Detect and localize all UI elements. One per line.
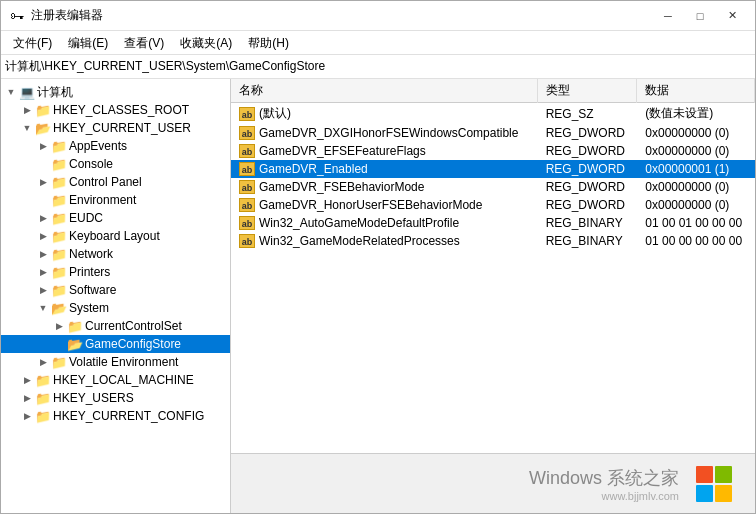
tree-node-appevents[interactable]: ▶ 📁 AppEvents: [1, 137, 230, 155]
win-logo-yellow: [715, 485, 732, 502]
minimize-button[interactable]: ─: [653, 5, 683, 27]
watermark-text: Windows 系统之家: [529, 466, 679, 490]
expand-icon[interactable]: ▼: [35, 300, 51, 316]
col-type[interactable]: 类型: [537, 79, 637, 103]
node-label: Network: [69, 247, 113, 261]
node-label: HKEY_LOCAL_MACHINE: [53, 373, 194, 387]
reg-name-cell: abGameDVR_FSEBehaviorMode: [231, 178, 537, 196]
folder-icon: 📁: [35, 373, 51, 388]
reg-data-cell: 0x00000000 (0): [637, 124, 755, 142]
expand-icon[interactable]: ▶: [35, 228, 51, 244]
table-row[interactable]: ab(默认)REG_SZ(数值未设置): [231, 103, 755, 125]
node-label: HKEY_CURRENT_USER: [53, 121, 191, 135]
value-icon: ab: [239, 216, 255, 230]
title-bar: 🗝 注册表编辑器 ─ □ ✕: [1, 1, 755, 31]
tree-node-control-panel[interactable]: ▶ 📁 Control Panel: [1, 173, 230, 191]
table-row[interactable]: abGameDVR_EFSEFeatureFlagsREG_DWORD0x000…: [231, 142, 755, 160]
expand-icon[interactable]: ▶: [35, 210, 51, 226]
folder-open-icon: 📂: [67, 337, 83, 352]
table-row[interactable]: abGameDVR_HonorUserFSEBehaviorModeREG_DW…: [231, 196, 755, 214]
watermark-bar: Windows 系统之家 www.bjjmlv.com: [231, 453, 755, 513]
tree-node-local-machine[interactable]: ▶ 📁 HKEY_LOCAL_MACHINE: [1, 371, 230, 389]
tree-node-keyboard-layout[interactable]: ▶ 📁 Keyboard Layout: [1, 227, 230, 245]
tree-node-gameconfigstore[interactable]: 📂 GameConfigStore: [1, 335, 230, 353]
folder-icon: 📁: [35, 103, 51, 118]
node-label: Software: [69, 283, 116, 297]
win-logo-red: [696, 466, 713, 483]
tree-node-printers[interactable]: ▶ 📁 Printers: [1, 263, 230, 281]
win-logo-green: [715, 466, 732, 483]
folder-icon: 📁: [51, 283, 67, 298]
tree-node-currentcontrolset[interactable]: ▶ 📁 CurrentControlSet: [1, 317, 230, 335]
menu-help[interactable]: 帮助(H): [240, 33, 297, 52]
menu-view[interactable]: 查看(V): [116, 33, 172, 52]
table-row[interactable]: abGameDVR_EnabledREG_DWORD0x00000001 (1): [231, 160, 755, 178]
reg-data-cell: 0x00000000 (0): [637, 196, 755, 214]
expand-icon[interactable]: ▶: [35, 264, 51, 280]
value-icon: ab: [239, 162, 255, 176]
tree-node-software[interactable]: ▶ 📁 Software: [1, 281, 230, 299]
menu-favorites[interactable]: 收藏夹(A): [172, 33, 240, 52]
reg-name-cell: abGameDVR_HonorUserFSEBehaviorMode: [231, 196, 537, 214]
reg-data-cell: 01 00 00 00 00 00: [637, 232, 755, 250]
menu-file[interactable]: 文件(F): [5, 33, 60, 52]
table-row[interactable]: abGameDVR_FSEBehaviorModeREG_DWORD0x0000…: [231, 178, 755, 196]
folder-icon: 📁: [51, 175, 67, 190]
node-label: Printers: [69, 265, 110, 279]
expand-icon[interactable]: ▼: [3, 84, 19, 100]
folder-icon: 📁: [35, 391, 51, 406]
expand-icon[interactable]: ▶: [19, 408, 35, 424]
registry-tree[interactable]: ▼ 💻 计算机 ▶ 📁 HKEY_CLASSES_ROOT ▼ 📂 HKEY_C…: [1, 79, 231, 513]
node-label: GameConfigStore: [85, 337, 181, 351]
expand-icon[interactable]: ▶: [19, 372, 35, 388]
node-label: Control Panel: [69, 175, 142, 189]
watermark-site: www.bjjmlv.com: [529, 490, 679, 502]
tree-node-users[interactable]: ▶ 📁 HKEY_USERS: [1, 389, 230, 407]
value-icon: ab: [239, 180, 255, 194]
table-row[interactable]: abWin32_AutoGameModeDefaultProfileREG_BI…: [231, 214, 755, 232]
expand-icon[interactable]: ▶: [35, 138, 51, 154]
expand-icon[interactable]: ▶: [35, 282, 51, 298]
reg-name-cell: abWin32_AutoGameModeDefaultProfile: [231, 214, 537, 232]
node-label: System: [69, 301, 109, 315]
reg-type-cell: REG_DWORD: [537, 196, 637, 214]
reg-data-cell: 01 00 01 00 00 00: [637, 214, 755, 232]
folder-icon: 📁: [51, 265, 67, 280]
expand-icon[interactable]: ▶: [19, 390, 35, 406]
title-bar-left: 🗝 注册表编辑器: [9, 7, 103, 24]
tree-node-system[interactable]: ▼ 📂 System: [1, 299, 230, 317]
tree-node-environment[interactable]: 📁 Environment: [1, 191, 230, 209]
tree-node-network[interactable]: ▶ 📁 Network: [1, 245, 230, 263]
tree-node-current-config[interactable]: ▶ 📁 HKEY_CURRENT_CONFIG: [1, 407, 230, 425]
tree-node-eudc[interactable]: ▶ 📁 EUDC: [1, 209, 230, 227]
window-controls: ─ □ ✕: [653, 5, 747, 27]
win-logo-grid: [696, 466, 732, 502]
node-label: 计算机: [37, 84, 73, 101]
expand-icon[interactable]: ▶: [35, 354, 51, 370]
folder-icon: 📁: [51, 355, 67, 370]
expand-icon[interactable]: ▶: [35, 174, 51, 190]
col-name[interactable]: 名称: [231, 79, 537, 103]
table-row[interactable]: abGameDVR_DXGIHonorFSEWindowsCompatibleR…: [231, 124, 755, 142]
tree-node-current-user[interactable]: ▼ 📂 HKEY_CURRENT_USER: [1, 119, 230, 137]
tree-node-computer[interactable]: ▼ 💻 计算机: [1, 83, 230, 101]
expand-icon[interactable]: ▼: [19, 120, 35, 136]
value-icon: ab: [239, 234, 255, 248]
main-content: ▼ 💻 计算机 ▶ 📁 HKEY_CLASSES_ROOT ▼ 📂 HKEY_C…: [1, 79, 755, 513]
col-data[interactable]: 数据: [637, 79, 755, 103]
tree-node-console[interactable]: 📁 Console: [1, 155, 230, 173]
win-logo-blue: [696, 485, 713, 502]
expand-icon[interactable]: ▶: [35, 246, 51, 262]
table-row[interactable]: abWin32_GameModeRelatedProcessesREG_BINA…: [231, 232, 755, 250]
maximize-button[interactable]: □: [685, 5, 715, 27]
expand-icon[interactable]: ▶: [19, 102, 35, 118]
value-icon: ab: [239, 126, 255, 140]
menu-edit[interactable]: 编辑(E): [60, 33, 116, 52]
tree-node-classes-root[interactable]: ▶ 📁 HKEY_CLASSES_ROOT: [1, 101, 230, 119]
expand-icon[interactable]: ▶: [51, 318, 67, 334]
tree-node-volatile-env[interactable]: ▶ 📁 Volatile Environment: [1, 353, 230, 371]
reg-type-cell: REG_DWORD: [537, 178, 637, 196]
reg-type-cell: REG_BINARY: [537, 232, 637, 250]
close-button[interactable]: ✕: [717, 5, 747, 27]
folder-icon: 📁: [51, 229, 67, 244]
